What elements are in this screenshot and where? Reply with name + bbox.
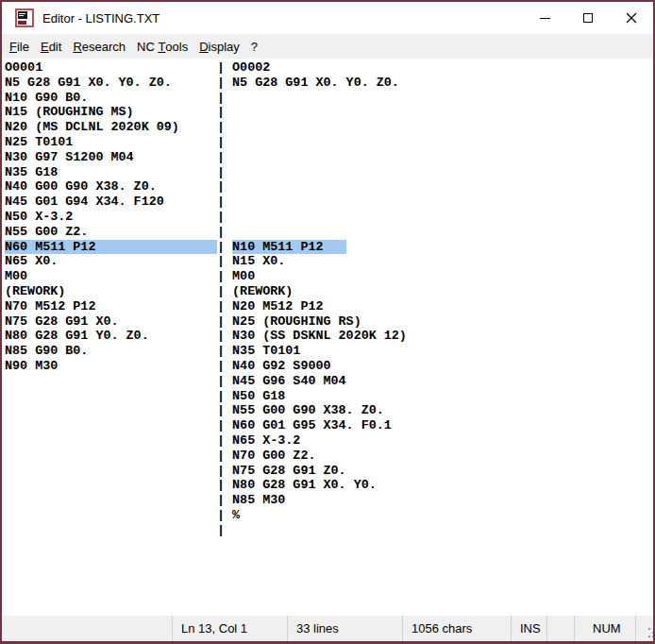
column-separator: | — [217, 105, 232, 119]
column-separator: | — [217, 91, 232, 105]
editor-line: | N85 M30 — [5, 493, 653, 508]
column-separator: | — [217, 523, 232, 537]
column-separator: | — [217, 240, 232, 254]
editor-area[interactable]: O0001 | O0002N5 G28 G91 X0. Y0. Z0. | N5… — [2, 59, 653, 616]
column-separator: | — [217, 374, 232, 388]
column-separator: | — [217, 433, 232, 448]
column-separator: | — [217, 389, 232, 403]
caption-buttons — [523, 2, 653, 34]
status-insert-mode: INS — [511, 616, 546, 641]
column-separator: | — [217, 344, 232, 358]
editor-line: | — [5, 523, 653, 538]
menu-bar: FileEditResearchNC ToolsDisplay? — [2, 34, 653, 59]
editor-line: N5 G28 G91 X0. Y0. Z0. | N5 G28 G91 X0. … — [5, 76, 653, 91]
editor-line: N55 G00 Z2. | — [5, 225, 653, 240]
editor-line: N60 M511 P12 | N10 M511 P12 — [5, 240, 653, 255]
column-separator: | — [217, 464, 232, 478]
column-separator: | — [217, 165, 232, 179]
editor-line: N10 G90 B0. | — [5, 91, 653, 106]
status-empty-segment — [546, 616, 574, 641]
editor-line: | N50 G18 — [5, 389, 653, 404]
status-spacer — [2, 616, 172, 641]
menu-item-research[interactable]: Research — [67, 34, 131, 59]
column-separator: | — [217, 195, 232, 209]
close-button[interactable] — [610, 2, 653, 34]
editor-line: N45 G01 G94 X34. F120 | — [5, 195, 653, 210]
editor-line: | % — [5, 508, 653, 523]
editor-window: Editor - LISTING.TXT FileEditResearchNC … — [0, 0, 655, 644]
editor-line: N70 M512 P12 | N20 M512 P12 — [5, 299, 653, 314]
status-bar: Ln 13, Col 1 33 lines 1056 chars INS NUM — [2, 616, 653, 641]
status-char-count: 1056 chars — [402, 616, 511, 641]
column-separator: | — [217, 269, 232, 283]
maximize-button[interactable] — [566, 2, 610, 34]
editor-line: N15 (ROUGHING MS) | — [5, 105, 653, 120]
window-title: Editor - LISTING.TXT — [42, 11, 160, 25]
column-separator: | — [217, 254, 232, 268]
highlighted-line-left: N60 M511 P12 — [5, 240, 217, 254]
column-separator: | — [217, 60, 232, 75]
editor-line: N35 G18 | — [5, 165, 653, 180]
menu-item-nc-tools[interactable]: NC Tools — [131, 34, 193, 59]
editor-line: N75 G28 G91 X0. | N25 (ROUGHING RS) — [5, 314, 653, 330]
editor-line: | N55 G00 G90 X38. Z0. — [5, 403, 653, 418]
column-separator: | — [217, 284, 232, 298]
menu-item-help[interactable]: ? — [245, 34, 263, 59]
column-separator: | — [217, 478, 232, 492]
column-separator: | — [217, 76, 232, 90]
resize-grip-icon — [648, 636, 650, 637]
column-separator: | — [217, 120, 232, 134]
status-num-lock: NUM — [574, 616, 635, 641]
column-separator: | — [217, 418, 232, 432]
title-bar[interactable]: Editor - LISTING.TXT — [2, 2, 653, 34]
editor-line: N40 G00 G90 X38. Z0. | — [5, 179, 653, 195]
editor-line: | N45 G96 S40 M04 — [5, 374, 653, 389]
menu-item-edit[interactable]: Edit — [35, 34, 67, 59]
column-separator: | — [217, 508, 232, 522]
column-separator: | — [217, 210, 232, 224]
editor-line: N90 M30 | N40 G92 S9000 — [5, 359, 653, 374]
column-separator: | — [217, 225, 232, 239]
editor-line: (REWORK) | (REWORK) — [5, 284, 653, 299]
editor-line: N65 X0. | N15 X0. — [5, 254, 653, 269]
minimize-icon — [540, 18, 550, 19]
editor-line: M00 | M00 — [5, 269, 653, 284]
resize-grip[interactable] — [635, 616, 653, 641]
close-icon — [626, 12, 637, 24]
status-line-count: 33 lines — [287, 616, 402, 641]
app-icon[interactable] — [15, 8, 34, 27]
column-separator: | — [217, 135, 232, 149]
editor-line: | N70 G00 Z2. — [5, 449, 653, 464]
column-separator: | — [217, 403, 232, 417]
column-separator: | — [217, 150, 232, 164]
column-separator: | — [217, 329, 232, 343]
column-separator: | — [217, 299, 232, 314]
minimize-button[interactable] — [523, 2, 566, 34]
maximize-icon — [583, 13, 593, 23]
editor-line: N25 T0101 | — [5, 135, 653, 150]
editor-line: N30 G97 S1200 M04 | — [5, 150, 653, 165]
status-cursor-position: Ln 13, Col 1 — [172, 616, 287, 641]
editor-line: | N80 G28 G91 X0. Y0. — [5, 478, 653, 493]
menu-item-display[interactable]: Display — [193, 34, 245, 59]
editor-line: O0001 | O0002 — [5, 60, 653, 76]
highlighted-line-right: N10 M511 P12 — [232, 240, 346, 254]
editor-line: N85 G90 B0. | N35 T0101 — [5, 344, 653, 359]
column-separator: | — [217, 449, 232, 463]
column-separator: | — [217, 493, 232, 507]
editor-line: | N60 G01 G95 X34. F0.1 — [5, 418, 653, 433]
editor-line: | N75 G28 G91 Z0. — [5, 464, 653, 479]
column-separator: | — [217, 179, 232, 194]
menu-item-file[interactable]: File — [4, 34, 35, 59]
editor-line: N50 X-3.2 | — [5, 210, 653, 225]
editor-line: N20 (MS DCLNL 2020K 09) | — [5, 120, 653, 135]
editor-line: | N65 X-3.2 — [5, 433, 653, 449]
column-separator: | — [217, 359, 232, 373]
editor-line: N80 G28 G91 Y0. Z0. | N30 (SS DSKNL 2020… — [5, 329, 653, 344]
column-separator: | — [217, 314, 232, 329]
